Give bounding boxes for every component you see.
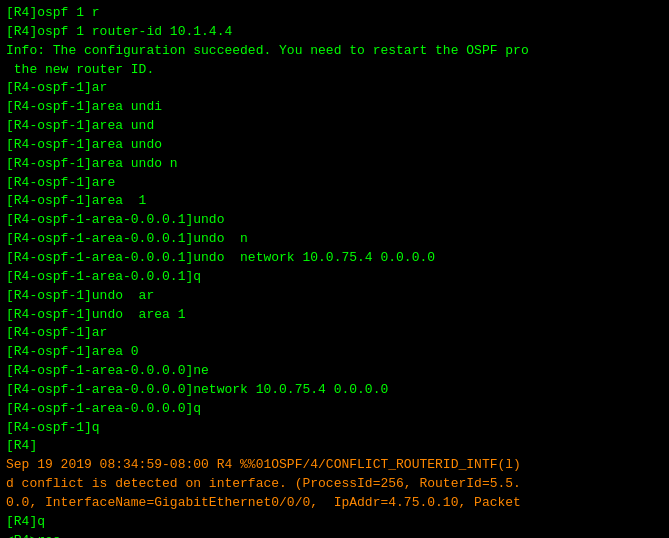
terminal-line-11: [R4-ospf-1-area-0.0.0.1]undo [6, 211, 663, 230]
terminal-line-15: [R4-ospf-1]undo ar [6, 287, 663, 306]
terminal-line-12: [R4-ospf-1-area-0.0.0.1]undo n [6, 230, 663, 249]
terminal-line-4: [R4-ospf-1]ar [6, 79, 663, 98]
terminal-line-19: [R4-ospf-1-area-0.0.0.0]ne [6, 362, 663, 381]
terminal-line-1: [R4]ospf 1 router-id 10.1.4.4 [6, 23, 663, 42]
terminal-line-6: [R4-ospf-1]area und [6, 117, 663, 136]
terminal-line-10: [R4-ospf-1]area 1 [6, 192, 663, 211]
terminal-line-3: the new router ID. [6, 61, 663, 80]
terminal-line-9: [R4-ospf-1]are [6, 174, 663, 193]
terminal-line-17: [R4-ospf-1]ar [6, 324, 663, 343]
terminal-line-26: 0.0, InterfaceName=GigabitEthernet0/0/0,… [6, 494, 663, 513]
terminal-line-18: [R4-ospf-1]area 0 [6, 343, 663, 362]
terminal-line-22: [R4-ospf-1]q [6, 419, 663, 438]
terminal: [R4]ospf 1 r[R4]ospf 1 router-id 10.1.4.… [0, 0, 669, 538]
terminal-line-25: d conflict is detected on interface. (Pr… [6, 475, 663, 494]
terminal-line-2: Info: The configuration succeeded. You n… [6, 42, 663, 61]
terminal-line-13: [R4-ospf-1-area-0.0.0.1]undo network 10.… [6, 249, 663, 268]
terminal-line-28: <R4>res [6, 532, 663, 538]
terminal-line-21: [R4-ospf-1-area-0.0.0.0]q [6, 400, 663, 419]
terminal-line-23: [R4] [6, 437, 663, 456]
terminal-line-24: Sep 19 2019 08:34:59-08:00 R4 %%01OSPF/4… [6, 456, 663, 475]
terminal-line-20: [R4-ospf-1-area-0.0.0.0]network 10.0.75.… [6, 381, 663, 400]
terminal-line-16: [R4-ospf-1]undo area 1 [6, 306, 663, 325]
terminal-line-8: [R4-ospf-1]area undo n [6, 155, 663, 174]
terminal-line-5: [R4-ospf-1]area undi [6, 98, 663, 117]
terminal-line-27: [R4]q [6, 513, 663, 532]
terminal-line-7: [R4-ospf-1]area undo [6, 136, 663, 155]
terminal-line-0: [R4]ospf 1 r [6, 4, 663, 23]
terminal-line-14: [R4-ospf-1-area-0.0.0.1]q [6, 268, 663, 287]
